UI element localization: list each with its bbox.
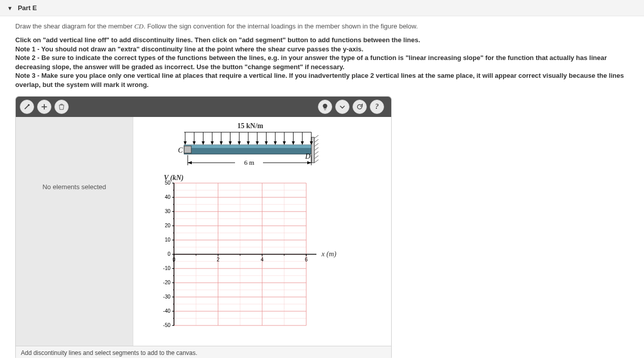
svg-marker-20	[184, 141, 187, 145]
hint-button[interactable]	[318, 100, 332, 114]
svg-rect-4	[184, 146, 191, 153]
svg-text:0: 0	[172, 257, 175, 262]
svg-text:-50: -50	[163, 322, 171, 328]
svg-marker-32	[238, 141, 241, 145]
svg-marker-42	[283, 141, 286, 145]
svg-marker-28	[220, 141, 223, 145]
svg-text:6: 6	[305, 257, 308, 262]
beam-left-label: C	[178, 146, 183, 154]
beam-figure: 15 kN/m	[174, 122, 327, 178]
trash-icon	[58, 103, 65, 110]
drawing-widget: ? No elements selected 15 kN/m	[15, 96, 392, 358]
beam-svg: C D 6 m	[174, 122, 327, 178]
status-bar: Add discontinuity lines and select segme…	[16, 346, 391, 358]
refresh-icon	[356, 103, 363, 110]
svg-line-11	[314, 156, 318, 159]
help-button[interactable]: ?	[370, 100, 384, 114]
shear-plot[interactable]: V (kN) x (m) 50403020100-10-20-30-40-500…	[154, 178, 347, 342]
part-content: Draw the shear diagram for the member CD…	[0, 16, 644, 358]
svg-marker-17	[188, 161, 192, 164]
svg-marker-34	[247, 141, 250, 145]
svg-rect-5	[311, 137, 314, 163]
beam-right-label: D	[305, 153, 310, 160]
svg-marker-40	[274, 141, 277, 145]
svg-marker-30	[229, 141, 232, 145]
plot-svg[interactable]: 50403020100-10-20-30-40-500246	[154, 178, 347, 341]
collapse-button[interactable]	[335, 100, 349, 114]
svg-text:-30: -30	[163, 294, 171, 300]
svg-text:4: 4	[261, 257, 264, 262]
svg-point-0	[28, 104, 30, 106]
vertical-line-icon	[23, 103, 31, 110]
note-line4: Note 3 - Make sure you place only one ve…	[15, 71, 629, 89]
part-title: Part E	[18, 4, 37, 12]
svg-marker-44	[292, 141, 295, 145]
widget-toolbar: ?	[16, 97, 391, 117]
svg-marker-22	[193, 141, 196, 145]
reset-button[interactable]	[353, 100, 367, 114]
beam-span-label: 6 m	[244, 159, 254, 166]
part-header[interactable]: ▼ Part E	[0, 0, 644, 16]
question-icon: ?	[375, 103, 379, 111]
canvas-row: No elements selected 15 kN/m	[16, 117, 391, 346]
plus-icon	[41, 103, 48, 110]
svg-text:-40: -40	[163, 308, 171, 314]
note-line2: Note 1 - You should not draw an "extra" …	[15, 45, 629, 54]
svg-marker-18	[307, 161, 311, 164]
add-segment-button[interactable]	[37, 100, 51, 114]
svg-line-12	[314, 160, 318, 163]
svg-marker-24	[201, 141, 204, 145]
svg-marker-38	[265, 141, 268, 145]
svg-text:40: 40	[165, 194, 171, 200]
chevron-down-icon	[339, 103, 346, 110]
y-axis-label: V (kN)	[164, 174, 184, 182]
prompt-member: CD	[134, 22, 143, 30]
collapse-caret-icon[interactable]: ▼	[7, 5, 13, 11]
svg-text:-20: -20	[163, 280, 171, 285]
selection-panel: No elements selected	[16, 117, 133, 346]
status-message: Add discontinuity lines and select segme…	[21, 349, 197, 356]
note-line3: Note 2 - Be sure to indicate the correct…	[15, 53, 629, 71]
svg-text:0: 0	[167, 251, 170, 257]
svg-line-8	[314, 143, 318, 146]
selection-message: No elements selected	[42, 183, 106, 191]
svg-line-9	[314, 147, 318, 151]
delete-button[interactable]	[54, 100, 69, 114]
svg-marker-46	[301, 141, 304, 145]
prompt-text: Draw the shear diagram for the member CD…	[15, 22, 629, 31]
svg-rect-3	[184, 145, 311, 148]
x-axis-label: x (m)	[321, 250, 336, 258]
svg-line-7	[314, 139, 318, 142]
add-vertical-line-button[interactable]	[20, 100, 34, 114]
svg-text:2: 2	[217, 257, 220, 262]
prompt-post: . Follow the sign convention for the int…	[143, 22, 418, 30]
notes-block: Click on "add vertical line off" to add …	[15, 36, 629, 89]
bulb-icon	[321, 103, 329, 110]
drawing-canvas[interactable]: 15 kN/m	[133, 117, 391, 346]
svg-text:20: 20	[165, 223, 171, 228]
svg-text:10: 10	[165, 237, 171, 243]
prompt-pre: Draw the shear diagram for the member	[15, 22, 134, 30]
svg-line-6	[314, 135, 318, 138]
svg-marker-26	[211, 141, 214, 145]
distributed-load-label: 15 kN/m	[174, 122, 327, 130]
svg-line-10	[314, 152, 318, 155]
note-line1: Click on "add vertical line off" to add …	[15, 36, 629, 45]
svg-text:30: 30	[165, 208, 171, 214]
svg-marker-36	[256, 141, 259, 145]
svg-text:-10: -10	[163, 265, 171, 271]
